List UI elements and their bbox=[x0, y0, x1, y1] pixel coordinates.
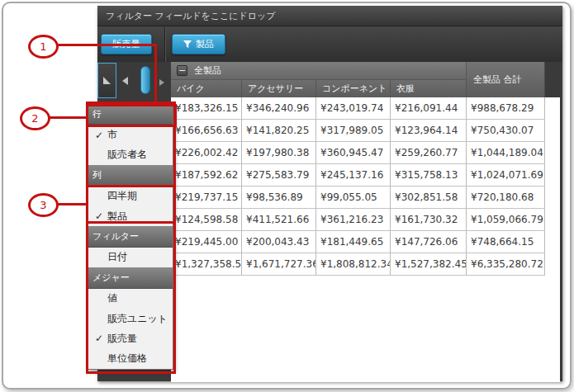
scroll-right-icon[interactable] bbox=[159, 79, 164, 86]
field-item[interactable]: 販売ユニット bbox=[88, 309, 173, 328]
pivot-cell[interactable]: ¥200,043.43 bbox=[242, 231, 316, 253]
header-right-strip bbox=[545, 62, 562, 97]
callout-circle-2: 2 bbox=[20, 106, 50, 130]
pivot-cell[interactable]: ¥219,445.00 bbox=[171, 231, 242, 253]
pivot-cell[interactable]: ¥226,002.42 bbox=[171, 142, 242, 164]
pivot-cell[interactable]: ¥181,449.65 bbox=[316, 231, 391, 253]
pivot-cell[interactable]: ¥161,730.32 bbox=[391, 209, 467, 231]
column-subheader-row: バイクアクセサリーコンポーネント衣服 bbox=[171, 80, 467, 97]
table-row: ¥1,327,358.57¥1,671,727.36¥1,808,812.34¥… bbox=[171, 253, 560, 276]
pivot-cell[interactable]: ¥1,059,066.79 bbox=[467, 209, 545, 231]
pivot-cell[interactable]: ¥988,678.29 bbox=[467, 97, 545, 120]
pivot-cell[interactable]: ¥187,592.62 bbox=[171, 164, 242, 187]
checkmark-icon: ✓ bbox=[91, 210, 107, 222]
column-header-4[interactable]: 衣服 bbox=[391, 80, 467, 97]
field-item-label: 販売ユニット bbox=[107, 312, 168, 326]
field-item[interactable]: 単位価格 bbox=[88, 349, 173, 369]
field-item-label: 販売者名 bbox=[107, 148, 147, 162]
scroll-left-icon[interactable] bbox=[122, 77, 128, 85]
field-item-label: 日付 bbox=[107, 250, 127, 264]
pivot-cell[interactable]: ¥748,664.15 bbox=[467, 231, 545, 253]
field-chooser-dropdown: 行✓市販売者名列四半期✓製品フィルター日付メジャー値販売ユニット✓販売量単位価格 bbox=[87, 103, 173, 370]
field-item[interactable]: 販売者名 bbox=[88, 145, 173, 165]
pivot-cell[interactable]: ¥720,180.68 bbox=[467, 187, 545, 209]
pivot-cell[interactable]: ¥1,024,071.69 bbox=[467, 164, 545, 187]
column-field-label: 製品 bbox=[196, 38, 214, 50]
table-row: ¥183,326.15¥346,240.96¥243,019.74¥216,09… bbox=[171, 97, 560, 120]
callout-circle-1: 1 bbox=[28, 35, 59, 59]
pivot-cell[interactable]: ¥317,989.05 bbox=[316, 120, 391, 142]
pivot-cell[interactable]: ¥346,240.96 bbox=[242, 97, 316, 120]
filter-funnel-icon bbox=[183, 40, 192, 49]
pivot-cell[interactable]: ¥750,430.07 bbox=[467, 120, 545, 142]
field-item-label: 四半期 bbox=[107, 189, 137, 203]
pivot-cell[interactable]: ¥166,656.63 bbox=[171, 120, 242, 142]
pivot-cell[interactable]: ¥124,598.58 bbox=[171, 209, 242, 231]
table-row: ¥187,592.62¥275,583.79¥245,137.16¥315,75… bbox=[171, 164, 560, 187]
pivot-cell[interactable]: ¥411,521.66 bbox=[242, 209, 316, 231]
field-chooser-corner-button[interactable] bbox=[97, 63, 116, 98]
pivot-cell[interactable]: ¥360,945.47 bbox=[316, 142, 391, 164]
pivot-cell[interactable]: ¥1,527,382.45 bbox=[391, 253, 467, 276]
pivot-cell[interactable]: ¥245,137.16 bbox=[316, 164, 391, 187]
pivot-cell[interactable]: ¥98,536.89 bbox=[242, 187, 316, 209]
horizontal-scroll-thumb[interactable] bbox=[140, 66, 150, 94]
pivot-rows: ¥183,326.15¥346,240.96¥243,019.74¥216,09… bbox=[171, 97, 560, 276]
column-header-1[interactable]: バイク bbox=[171, 80, 242, 97]
field-item[interactable]: ✓販売量 bbox=[88, 328, 173, 348]
field-section-header: フィルター bbox=[88, 226, 173, 247]
field-section-header: メジャー bbox=[88, 267, 173, 288]
field-section-header: 行 bbox=[88, 104, 173, 125]
field-item[interactable]: 値 bbox=[88, 289, 173, 309]
pivot-cell[interactable]: ¥216,091.44 bbox=[391, 97, 467, 120]
pivot-cell[interactable]: ¥275,583.79 bbox=[242, 164, 316, 187]
pivot-cell[interactable]: ¥147,726.06 bbox=[391, 231, 467, 253]
field-item[interactable]: ✓市 bbox=[88, 125, 173, 144]
column-group-header[interactable]: − 全製品 bbox=[171, 62, 467, 80]
pivot-cell[interactable]: ¥197,980.38 bbox=[242, 142, 316, 164]
field-item[interactable]: 日付 bbox=[88, 248, 173, 267]
pivot-cell[interactable]: ¥183,326.15 bbox=[171, 97, 242, 120]
pivot-cell[interactable]: ¥1,808,812.34 bbox=[316, 253, 391, 276]
checkmark-icon: ✓ bbox=[91, 130, 107, 141]
pivot-cell[interactable]: ¥1,327,358.57 bbox=[171, 253, 242, 276]
corner-triangle-icon bbox=[103, 77, 111, 84]
table-row: ¥219,445.00¥200,043.43¥181,449.65¥147,72… bbox=[171, 231, 560, 253]
pane-divider bbox=[164, 26, 166, 62]
grand-total-column-header[interactable]: 全製品 合計 bbox=[467, 62, 545, 97]
field-button-row bbox=[97, 26, 562, 63]
pivot-cell[interactable]: ¥123,964.14 bbox=[391, 120, 467, 142]
filter-drop-area[interactable]: フィルター フィールドをここにドロップ bbox=[97, 6, 562, 26]
callout-circle-3: 3 bbox=[28, 193, 59, 217]
field-item[interactable]: ✓製品 bbox=[88, 206, 173, 226]
column-header-3[interactable]: コンポーネント bbox=[316, 80, 391, 97]
pivot-cell[interactable]: ¥141,820.25 bbox=[242, 120, 316, 142]
field-item-label: 製品 bbox=[107, 210, 127, 224]
field-item-label: 単位価格 bbox=[107, 352, 147, 366]
collapse-minus-icon[interactable]: − bbox=[177, 65, 187, 76]
pivot-cell[interactable]: ¥302,851.58 bbox=[391, 187, 467, 209]
pivot-cell[interactable]: ¥243,019.74 bbox=[316, 97, 391, 120]
grand-total-label: 全製品 合計 bbox=[473, 73, 522, 86]
measure-field-button[interactable]: 販売量 bbox=[101, 34, 152, 54]
column-header-2[interactable]: アクセサリー bbox=[242, 80, 316, 97]
pivot-cell[interactable]: ¥1,044,189.04 bbox=[467, 142, 545, 164]
table-row: ¥226,002.42¥197,980.38¥360,945.47¥259,26… bbox=[171, 142, 560, 164]
pivot-cell[interactable]: ¥6,335,280.72 bbox=[467, 253, 545, 276]
table-row: ¥166,656.63¥141,820.25¥317,989.05¥123,96… bbox=[171, 120, 560, 142]
screenshot-stage: フィルター フィールドをここにドロップ 販売量 製品 − 全製品 バイクアクセサ… bbox=[0, 0, 574, 392]
column-field-button[interactable]: 製品 bbox=[172, 34, 225, 54]
field-item-label: 値 bbox=[107, 291, 117, 305]
column-group-label: 全製品 bbox=[194, 64, 221, 77]
data-area: ¥183,326.15¥346,240.96¥243,019.74¥216,09… bbox=[171, 97, 560, 382]
pivot-cell[interactable]: ¥361,216.23 bbox=[316, 209, 391, 231]
pivot-cell[interactable]: ¥315,758.13 bbox=[391, 164, 467, 187]
pivot-cell[interactable]: ¥1,671,727.36 bbox=[242, 253, 316, 276]
field-item-label: 市 bbox=[107, 128, 117, 142]
pivot-cell[interactable]: ¥219,737.15 bbox=[171, 187, 242, 209]
field-item[interactable]: 四半期 bbox=[88, 187, 173, 206]
pivot-cell[interactable]: ¥259,260.77 bbox=[391, 142, 467, 164]
field-section-header: 列 bbox=[88, 165, 173, 186]
pivot-cell[interactable]: ¥99,055.05 bbox=[316, 187, 391, 209]
table-row: ¥219,737.15¥98,536.89¥99,055.05¥302,851.… bbox=[171, 187, 560, 209]
